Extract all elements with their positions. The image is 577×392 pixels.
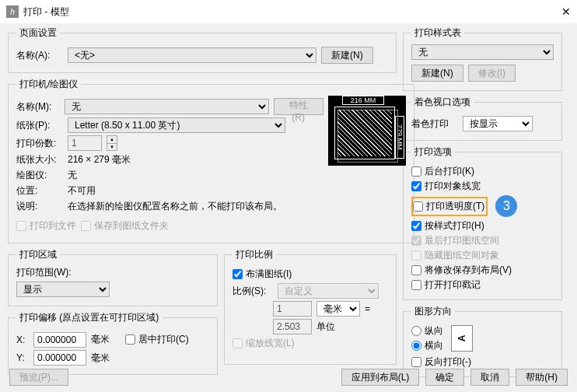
save-paper-label: 保存到图纸文件夹 [94,219,169,233]
scale-lw-label: 缩放线宽(L) [246,337,295,350]
opt-hide-label: 隐藏图纸空间对象 [425,249,499,262]
page-setup-legend: 页面设置 [16,26,60,40]
opt-save-label: 将修改保存到布局(V) [425,264,512,277]
area-group: 打印区域 打印范围(W): 显示 [8,248,218,306]
paper-label: 纸张(P): [16,119,63,132]
setup-name-select[interactable]: <无> [68,47,316,63]
fit-checkbox[interactable] [233,269,243,279]
shade-label: 着色打印 [411,117,458,131]
printer-name-select[interactable]: 无 [65,99,269,114]
style-new-button[interactable]: 新建(N) [411,65,463,82]
range-label: 打印范围(W): [16,266,209,279]
scale-legend: 打印比例 [233,248,276,261]
reverse-checkbox[interactable] [411,357,421,367]
opt-lw-label: 打印对象线宽 [425,180,481,193]
printer-name-label: 名称(M): [16,100,60,114]
size-label: 纸张大小: [16,153,63,166]
opt-style-label: 按样式打印(H) [425,219,484,233]
viewport-group: 着色视口选项 着色打印 按显示 [403,96,562,141]
opt-style-checkbox[interactable] [411,221,421,231]
page-orient-icon: A [451,325,473,352]
scale-unit-select[interactable]: 毫米 [316,301,360,317]
scale-lw-checkbox[interactable] [233,338,243,348]
save-paper-checkbox[interactable] [81,221,91,231]
printer-group: 打印机/绘图仪 名称(M): 无 特性(R) 纸张(P): Letter (8.… [8,78,414,243]
opt-save-checkbox[interactable] [411,265,421,275]
desc-label: 说明: [16,200,63,213]
copies-input[interactable] [68,135,102,151]
printer-legend: 打印机/绘图仪 [16,78,81,91]
printer-props-button[interactable]: 特性(R) [274,98,323,115]
orient-group: 图形方向 纵向 横向 A 反向打印(-) [403,305,562,377]
equals: = [365,303,370,314]
x-input[interactable] [33,332,86,348]
cancel-button[interactable]: 取消 [470,369,509,386]
style-modify-button[interactable]: 修改(I) [468,65,516,82]
y-input[interactable] [33,350,86,366]
ratio-select[interactable]: 自定义 [278,283,379,299]
reverse-label: 反向打印(-) [425,355,471,369]
opt-trans-checkbox[interactable] [413,201,423,212]
opt-last-label: 最后打印图纸空间 [425,234,499,247]
copies-spinner[interactable]: ▲▼ [107,135,117,151]
app-icon: h [6,5,19,18]
viewport-legend: 着色视口选项 [411,96,474,109]
range-select[interactable]: 显示 [16,282,110,297]
paper-select[interactable]: Letter (8.50 x 11.00 英寸) [68,117,285,133]
opt-stamp-checkbox[interactable] [411,280,421,290]
size-value: 216 × 279 毫米 [68,153,131,166]
landscape-label: 横向 [425,339,443,352]
offset-legend: 打印偏移 (原点设置在可打印区域) [16,311,162,324]
location-value: 不可用 [68,184,96,198]
paper-preview: 216 MM 279 MM [328,96,406,166]
center-label: 居中打印(C) [138,333,189,346]
style-legend: 打印样式表 [411,26,464,40]
step-badge: 3 [495,195,517,217]
area-legend: 打印区域 [16,248,60,261]
opt-last-checkbox[interactable] [411,236,421,246]
opt-stamp-label: 打开打印戳记 [425,278,481,292]
ok-button[interactable]: 确定 [425,369,464,386]
dim-width: 216 MM [342,96,385,105]
y-label: Y: [16,352,29,363]
setup-new-button[interactable]: 新建(N) [321,47,373,64]
opt-trans-label: 打印透明度(T) [426,200,484,213]
help-button[interactable]: 帮助(H) [516,369,568,386]
location-label: 位置: [16,184,63,198]
print-to-file-label: 打印到文件 [30,219,76,233]
setup-name-label: 名称(A): [16,49,63,62]
print-to-file-checkbox[interactable] [16,221,26,231]
style-select[interactable]: 无 [411,44,554,60]
desc-value: 在选择新的绘图仪配置名称之前，不能打印该布局。 [68,200,282,213]
offset-group: 打印偏移 (原点设置在可打印区域) X: 毫米 居中打印(C) Y: 毫米 [8,311,218,375]
window-title: 打印 - 模型 [23,5,561,19]
opt-lw-checkbox[interactable] [411,181,421,191]
preview-button[interactable]: 预览(P)... [9,369,68,386]
portrait-label: 纵向 [425,324,443,338]
orient-legend: 图形方向 [411,305,455,318]
plotter-value: 无 [68,169,77,182]
style-group: 打印样式表 无 新建(N) 修改(I) [403,26,562,91]
page-setup-group: 页面设置 名称(A): <无> 新建(N) [8,26,397,73]
ratio-label: 比例(S): [233,285,273,298]
plotter-label: 绘图仪: [16,169,63,182]
scale-den-input[interactable] [273,319,312,334]
options-group: 打印选项 后台打印(K) 打印对象线宽 打印透明度(T) 3 按样式打印(H) … [403,145,562,300]
scale-num-input[interactable] [273,301,312,317]
shade-select[interactable]: 按显示 [463,116,533,131]
opt-hide-checkbox[interactable] [411,250,421,261]
copies-label: 打印份数: [16,137,63,150]
x-unit: 毫米 [91,333,110,346]
scale-den-unit: 单位 [316,320,335,334]
fit-label: 布满图纸(I) [246,268,292,281]
landscape-radio[interactable] [411,341,421,351]
opt-bg-label: 后台打印(K) [425,165,474,178]
y-unit: 毫米 [91,352,110,365]
apply-button[interactable]: 应用到布局(L) [341,369,420,386]
x-label: X: [16,334,29,345]
center-checkbox[interactable] [125,334,135,345]
close-icon[interactable]: ✕ [561,5,571,18]
opt-bg-checkbox[interactable] [411,166,421,177]
portrait-radio[interactable] [411,326,421,336]
options-legend: 打印选项 [411,145,455,159]
